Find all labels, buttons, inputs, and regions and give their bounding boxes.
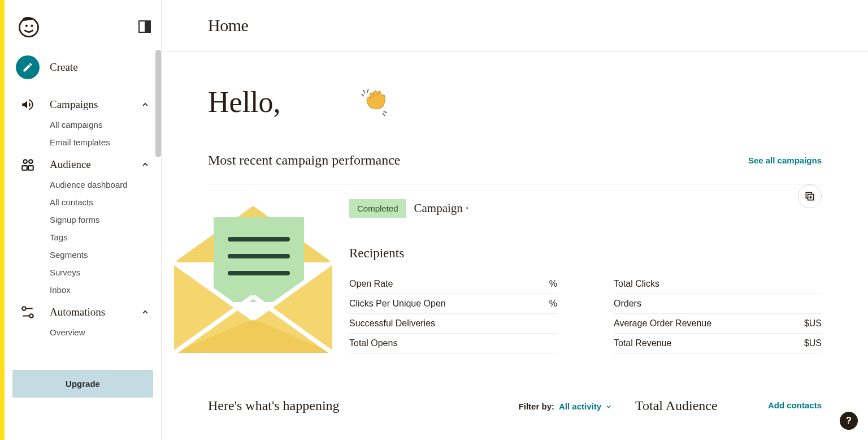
- svg-rect-15: [228, 271, 290, 275]
- duplicate-icon: [804, 191, 815, 202]
- create-label: Create: [50, 61, 78, 74]
- help-icon: ?: [846, 415, 852, 426]
- audience-label: Audience: [50, 158, 91, 171]
- metric-clicks-per-open: Clicks Per Unique Open%: [349, 294, 557, 314]
- mailchimp-logo[interactable]: [15, 12, 43, 41]
- people-icon: [20, 157, 35, 172]
- greeting-text: Hello,: [208, 85, 281, 119]
- see-all-campaigns-link[interactable]: See all campaigns: [748, 156, 822, 165]
- campaign-name: Campaign ·: [414, 201, 469, 215]
- campaigns-label: Campaigns: [50, 98, 98, 111]
- svg-point-4: [29, 159, 32, 163]
- svg-rect-5: [22, 166, 27, 170]
- svg-point-1: [25, 25, 28, 27]
- chevron-down-icon: [605, 403, 613, 411]
- metric-total-opens: Total Opens: [349, 334, 557, 353]
- svg-point-8: [29, 314, 33, 318]
- sidebar: Create Campaigns All campaigns Email tem…: [5, 0, 162, 440]
- sidebar-item-tags[interactable]: Tags: [50, 232, 153, 242]
- status-badge: Completed: [349, 199, 406, 218]
- sidebar-item-signup-forms[interactable]: Signup forms: [50, 215, 153, 225]
- sidebar-section-audience[interactable]: Audience: [12, 152, 153, 178]
- megaphone-icon: [20, 97, 35, 112]
- sidebar-section-campaigns[interactable]: Campaigns: [12, 92, 153, 118]
- metric-orders: Orders: [614, 294, 822, 314]
- duplicate-campaign-button[interactable]: [798, 184, 822, 208]
- campaign-performance-heading: Most recent campaign performance: [208, 153, 401, 168]
- chevron-up-icon: [141, 100, 150, 109]
- sidebar-item-audience-dashboard[interactable]: Audience dashboard: [50, 180, 153, 189]
- total-audience-heading: Total Audience: [635, 398, 718, 413]
- sidebar-item-surveys[interactable]: Surveys: [50, 268, 153, 277]
- collapse-sidebar-icon[interactable]: [138, 20, 151, 33]
- svg-rect-6: [28, 166, 33, 170]
- sidebar-scrollbar[interactable]: [155, 50, 161, 157]
- svg-rect-14: [228, 254, 290, 258]
- recipients-heading: Recipients: [349, 246, 822, 261]
- sidebar-item-all-campaigns[interactable]: All campaigns: [50, 120, 153, 130]
- svg-point-2: [31, 25, 33, 27]
- automations-icon: [20, 305, 35, 320]
- metric-total-clicks: Total Clicks: [614, 274, 822, 294]
- help-button[interactable]: ?: [840, 412, 858, 430]
- sidebar-item-all-contacts[interactable]: All contacts: [50, 197, 153, 207]
- upgrade-button[interactable]: Upgrade: [12, 370, 153, 398]
- add-contacts-link[interactable]: Add contacts: [768, 398, 822, 410]
- sidebar-item-overview[interactable]: Overview: [50, 327, 153, 337]
- filter-dropdown[interactable]: All activity: [559, 402, 613, 411]
- chevron-up-icon: [141, 308, 150, 317]
- pencil-icon: [22, 62, 33, 73]
- page-title: Home: [208, 16, 868, 35]
- filter-row: Filter by: All activity: [519, 398, 613, 411]
- waving-hand-icon: [360, 88, 389, 117]
- sidebar-item-segments[interactable]: Segments: [50, 250, 153, 260]
- svg-point-3: [23, 159, 27, 163]
- filter-label: Filter by:: [519, 402, 554, 411]
- metric-total-revenue: Total Revenue$US: [614, 334, 822, 353]
- svg-rect-12: [214, 217, 304, 302]
- sidebar-item-inbox[interactable]: Inbox: [50, 285, 153, 295]
- main-content: Home Hello, Most recent campaign perform…: [162, 0, 868, 440]
- sidebar-section-automations[interactable]: Automations: [12, 299, 153, 325]
- metric-successful-deliveries: Successful Deliveries: [349, 314, 557, 334]
- chevron-up-icon: [141, 160, 150, 169]
- happening-heading: Here's what's happening: [208, 398, 496, 413]
- svg-rect-13: [228, 237, 290, 241]
- automations-label: Automations: [50, 306, 105, 318]
- sidebar-item-email-templates[interactable]: Email templates: [50, 137, 153, 147]
- metric-avg-order-revenue: Average Order Revenue$US: [614, 314, 822, 334]
- metric-open-rate: Open Rate%: [349, 274, 557, 294]
- campaign-illustration: [174, 195, 344, 359]
- svg-point-7: [22, 307, 26, 310]
- create-button[interactable]: Create: [12, 53, 153, 92]
- brand-accent-strip: [0, 0, 5, 440]
